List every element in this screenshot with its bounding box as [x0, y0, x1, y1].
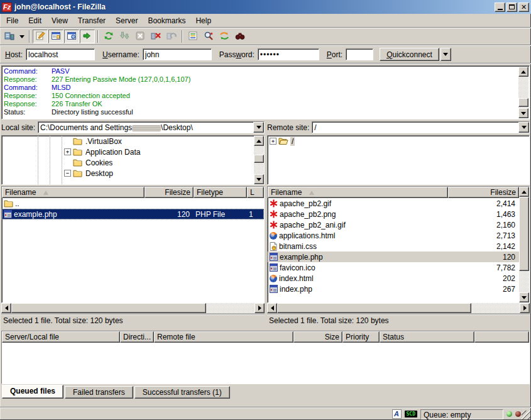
toggle-remote-tree-button[interactable]: [64, 30, 79, 43]
expand-icon[interactable]: +: [270, 138, 276, 145]
queue-column-priority[interactable]: Priority: [342, 331, 380, 343]
menu-transfer[interactable]: Transfer: [73, 15, 111, 26]
cancel-operation-button[interactable]: [133, 30, 148, 43]
scroll-thumb[interactable]: [518, 98, 528, 107]
remote-file-row[interactable]: favicon.ico 7,782: [268, 262, 519, 273]
scroll-left-button[interactable]: [1, 303, 11, 313]
transfer-type-icon[interactable]: A: [392, 409, 402, 419]
remote-site-dropdown-button[interactable]: [518, 122, 529, 133]
scroll-thumb[interactable]: [11, 303, 206, 313]
window-title: john@localhost - FileZilla: [14, 3, 492, 11]
refresh-button[interactable]: [101, 30, 116, 43]
resize-grip[interactable]: [522, 411, 530, 419]
tab-successful-transfers[interactable]: Successful transfers (1): [134, 386, 230, 399]
scroll-left-button[interactable]: [267, 303, 277, 313]
minimize-button[interactable]: [495, 3, 505, 12]
local-tree-item-virtualbox[interactable]: .VirtualBox: [2, 136, 254, 146]
scroll-up-button[interactable]: [254, 136, 264, 146]
column-header-filename[interactable]: Filename: [2, 187, 145, 198]
remote-site-combobox[interactable]: /: [312, 121, 530, 133]
collapse-icon[interactable]: −: [64, 170, 71, 177]
queue-column-server-local-file[interactable]: Server/Local file: [2, 331, 120, 343]
directory-comparison-button[interactable]: [201, 30, 216, 43]
menu-help[interactable]: Help: [190, 15, 216, 26]
queue-column-direction[interactable]: Directi...: [120, 331, 154, 343]
menu-file[interactable]: File: [1, 15, 23, 26]
remote-file-row[interactable]: apache_pb2.png 1,463: [268, 209, 519, 219]
tab-queued-files[interactable]: Queued files: [2, 385, 63, 399]
column-header-filetype[interactable]: Filetype: [194, 187, 247, 198]
css-file-icon: [270, 242, 277, 251]
remote-file-row[interactable]: index.php 267: [268, 284, 519, 294]
quickconnect-button[interactable]: Quickconnect: [380, 48, 439, 61]
toggle-remote-tree-icon: [67, 31, 77, 43]
folder-icon: [73, 148, 82, 156]
column-header-filesize[interactable]: Filesize: [448, 187, 519, 198]
toggle-transfer-queue-button[interactable]: [80, 30, 95, 43]
remote-file-row[interactable]: apache_pb2_ani.gif 2,160: [268, 219, 519, 230]
queue-column-remote-file[interactable]: Remote file: [154, 331, 293, 343]
column-header-last-modified[interactable]: L: [247, 187, 264, 198]
scroll-down-button[interactable]: [254, 174, 264, 184]
remote-file-row[interactable]: apache_pb2.gif 2,414: [268, 198, 519, 209]
toggle-message-log-button[interactable]: [33, 30, 48, 43]
directory-filters-button[interactable]: [185, 30, 200, 43]
scroll-right-button[interactable]: [520, 303, 530, 313]
port-input[interactable]: [346, 48, 373, 60]
toggle-local-tree-button[interactable]: [48, 30, 63, 43]
log-entry-type: Response:: [4, 92, 52, 100]
menu-edit[interactable]: Edit: [23, 15, 47, 26]
scroll-right-button[interactable]: [255, 303, 265, 313]
synchronized-browsing-button[interactable]: [217, 30, 232, 43]
scroll-up-button[interactable]: [519, 187, 529, 197]
expand-icon[interactable]: +: [64, 148, 71, 155]
maximize-button[interactable]: [506, 3, 517, 12]
local-file-row-example-php[interactable]: example.php 120 PHP File 1: [2, 209, 264, 219]
remote-file-row[interactable]: bitnami.css 2,142: [268, 241, 519, 251]
scroll-up-button[interactable]: [518, 67, 528, 77]
quickconnect-dropdown-button[interactable]: [441, 48, 451, 61]
column-header-filename[interactable]: Filename: [268, 187, 448, 198]
scroll-thumb[interactable]: [277, 303, 471, 313]
local-tree-item-application-data[interactable]: + Application Data: [2, 146, 254, 157]
disconnect-button[interactable]: [148, 30, 163, 43]
sort-ascending-icon: [43, 191, 48, 195]
username-input[interactable]: [143, 48, 212, 60]
local-horizontal-scrollbar[interactable]: [1, 303, 265, 313]
local-file-row-parent[interactable]: ..: [2, 198, 264, 209]
remote-horizontal-scrollbar[interactable]: [267, 303, 530, 313]
remote-list-scrollbar[interactable]: [519, 187, 529, 302]
scroll-thumb[interactable]: [519, 197, 529, 271]
local-site-dropdown-button[interactable]: [253, 122, 264, 133]
remote-file-row[interactable]: index.html 202: [268, 273, 519, 284]
scroll-down-button[interactable]: [519, 292, 529, 302]
tab-failed-transfers[interactable]: Failed transfers: [65, 386, 133, 399]
find-files-button[interactable]: [233, 30, 248, 43]
reconnect-button[interactable]: [164, 30, 179, 43]
local-site-combobox[interactable]: C:\Documents and Settings\Desktop\: [38, 121, 265, 133]
menu-server[interactable]: Server: [111, 15, 143, 26]
password-input[interactable]: [258, 48, 319, 60]
menu-bookmarks[interactable]: Bookmarks: [143, 15, 190, 26]
remote-file-row-example-php[interactable]: example.php 120: [268, 251, 519, 262]
queue-column-size[interactable]: Size: [293, 331, 342, 343]
scroll-down-button[interactable]: [518, 108, 528, 118]
column-header-filesize[interactable]: Filesize: [145, 187, 194, 198]
speed-limit-icon[interactable]: SCD: [405, 411, 417, 417]
local-tree-item-cookies[interactable]: Cookies: [2, 157, 254, 168]
site-manager-dropdown-button[interactable]: [18, 30, 26, 43]
queue-list-area[interactable]: [2, 343, 529, 384]
queue-column-status[interactable]: Status: [380, 331, 474, 343]
remote-tree-item-root[interactable]: + /: [268, 136, 529, 146]
remote-file-row[interactable]: applications.html 2,713: [268, 230, 519, 241]
close-button[interactable]: ✕: [518, 3, 529, 12]
site-manager-button[interactable]: [2, 30, 17, 43]
process-queue-button[interactable]: [117, 30, 132, 43]
scroll-thumb[interactable]: [254, 155, 264, 163]
log-scrollbar[interactable]: [518, 67, 528, 118]
local-tree-scrollbar[interactable]: [254, 136, 264, 184]
folder-icon: [73, 137, 82, 145]
menu-view[interactable]: View: [47, 15, 73, 26]
host-input[interactable]: [26, 48, 95, 60]
local-tree-item-desktop[interactable]: − Desktop: [2, 168, 254, 179]
